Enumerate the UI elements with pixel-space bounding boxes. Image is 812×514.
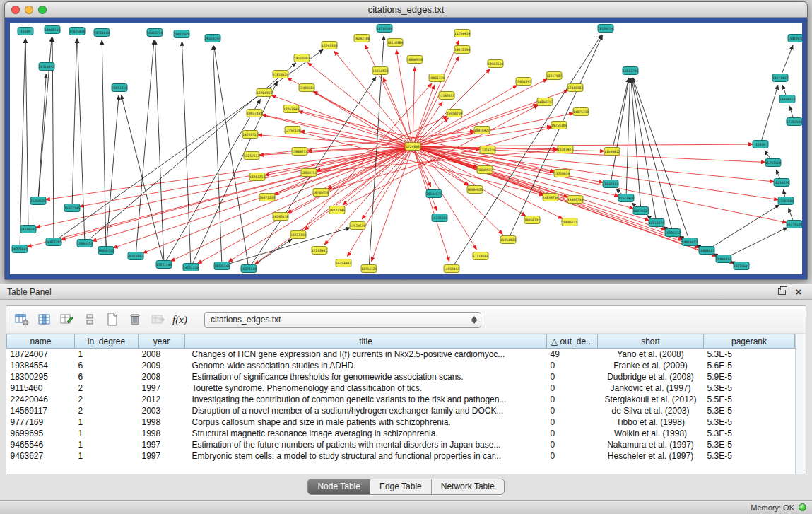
graph-node[interactable]: 18450312 bbox=[779, 95, 795, 103]
graph-node[interactable]: 19612354 bbox=[454, 46, 470, 54]
graph-node[interactable]: 13210634 bbox=[554, 170, 570, 177]
graph-node[interactable]: 18223641 bbox=[734, 262, 749, 270]
graph-edge[interactable] bbox=[213, 46, 222, 266]
graph-node[interactable]: 15495754 bbox=[567, 196, 583, 204]
row-options-icon[interactable] bbox=[80, 310, 99, 329]
table-cell[interactable]: 5.3E-5 bbox=[704, 439, 795, 450]
graph-edge[interactable] bbox=[249, 239, 292, 269]
graph-node[interactable]: 15938 bbox=[753, 141, 768, 148]
table-cell[interactable]: de Silva et al. (2003) bbox=[598, 405, 704, 416]
undock-panel-icon[interactable] bbox=[775, 286, 788, 298]
table-cell[interactable]: 18300295 bbox=[7, 371, 75, 382]
graph-node[interactable]: 18110384 bbox=[387, 39, 403, 47]
graph-node[interactable]: 12204951 bbox=[257, 89, 272, 97]
graph-node[interactable]: 17162615 bbox=[439, 92, 454, 100]
table-cell[interactable]: 2012 bbox=[139, 394, 185, 405]
graph-edge[interactable] bbox=[298, 83, 432, 235]
graph-node[interactable]: 16504923 bbox=[467, 186, 483, 194]
graph-node[interactable]: 16923705 bbox=[46, 238, 61, 246]
graph-node[interactable]: 15051243 bbox=[516, 78, 531, 86]
graph-edge[interactable] bbox=[632, 78, 657, 223]
graph-edge[interactable] bbox=[413, 144, 753, 146]
table-cell[interactable]: 5.3E-5 bbox=[704, 382, 795, 394]
graph-node[interactable]: 19316105 bbox=[20, 226, 36, 233]
graph-node[interactable]: 12754320 bbox=[361, 265, 377, 273]
graph-node[interactable]: 15905135 bbox=[77, 240, 93, 247]
graph-edge[interactable] bbox=[413, 113, 573, 146]
table-cell[interactable]: 1 bbox=[75, 349, 139, 360]
graph-node[interactable]: 19010423 bbox=[682, 238, 698, 246]
graph-edge[interactable] bbox=[143, 146, 413, 253]
table-cell[interactable]: 5.3E-5 bbox=[704, 349, 795, 360]
table-row[interactable]: 911546021997Tourette syndrome. Phenomeno… bbox=[7, 382, 795, 394]
table-cell[interactable]: 5.9E-5 bbox=[704, 371, 795, 382]
edit-columns-icon[interactable] bbox=[57, 310, 76, 329]
graph-node[interactable]: 12060751 bbox=[301, 169, 317, 177]
column-header[interactable]: pagerank bbox=[704, 334, 795, 349]
table-cell[interactable]: Tourette syndrome. Phenomenology and cla… bbox=[185, 382, 547, 394]
table-cell[interactable]: 1 bbox=[75, 416, 139, 428]
graph-node[interactable]: 16079137 bbox=[633, 207, 649, 215]
graph-node[interactable]: 15309 bbox=[18, 28, 33, 35]
table-cell[interactable]: 5.3E-5 bbox=[704, 416, 795, 428]
graph-node[interactable]: 12243310 bbox=[322, 42, 337, 49]
graph-edge[interactable] bbox=[258, 135, 413, 146]
graph-edge[interactable] bbox=[255, 146, 413, 264]
table-cell[interactable]: Jankovic et al. (1997) bbox=[598, 382, 704, 394]
table-cell[interactable]: 2 bbox=[75, 382, 139, 394]
graph-edge[interactable] bbox=[155, 40, 164, 264]
table-cell[interactable]: 1 bbox=[75, 450, 139, 462]
function-builder-icon[interactable]: f(x) bbox=[170, 310, 189, 329]
table-cell[interactable]: Hescheler et al. (1997) bbox=[598, 450, 704, 462]
table-cell[interactable]: 9699695 bbox=[7, 428, 75, 439]
graph-node[interactable]: 10937183 bbox=[247, 110, 262, 117]
graph-node[interactable]: 18254130 bbox=[774, 179, 789, 187]
table-cell[interactable]: 1997 bbox=[139, 450, 185, 462]
graph-node[interactable]: 16203110 bbox=[765, 159, 781, 167]
column-header[interactable]: name bbox=[7, 334, 75, 349]
graph-edge[interactable] bbox=[508, 35, 602, 240]
graph-edge[interactable] bbox=[383, 78, 413, 146]
graph-node[interactable]: 20314052 bbox=[39, 63, 54, 71]
graph-edge[interactable] bbox=[633, 78, 690, 242]
graph-node[interactable]: 19738410 bbox=[94, 29, 110, 37]
close-panel-icon[interactable]: × bbox=[792, 286, 805, 298]
table-cell[interactable]: Estimation of significance thresholds fo… bbox=[185, 371, 547, 382]
graph-node[interactable]: 17231145 bbox=[156, 261, 172, 269]
table-cell[interactable]: 5.3E-5 bbox=[704, 405, 795, 416]
graph-edge[interactable] bbox=[106, 95, 119, 250]
table-cell[interactable]: 1 bbox=[75, 428, 139, 439]
graph-node[interactable]: 16640910 bbox=[407, 56, 423, 64]
graph-node[interactable]: 16221540 bbox=[241, 265, 257, 273]
table-cell[interactable]: 0 bbox=[547, 428, 598, 439]
graph-edge[interactable] bbox=[299, 111, 413, 146]
table-cell[interactable]: 6 bbox=[75, 360, 139, 371]
graph-node[interactable]: 18095731 bbox=[562, 218, 577, 226]
graph-node[interactable]: 22040937 bbox=[477, 166, 493, 174]
table-cell[interactable]: 1 bbox=[75, 439, 139, 450]
table-cell[interactable]: 2008 bbox=[139, 349, 185, 360]
table-cell[interactable]: Stergiakouli et al. (2012) bbox=[598, 394, 704, 405]
table-row[interactable]: 1872400712008Changes of HCN gene express… bbox=[7, 349, 795, 360]
graph-edge[interactable] bbox=[164, 99, 260, 264]
tab-edge-table[interactable]: Edge Table bbox=[370, 479, 432, 494]
table-row[interactable]: 946554611997Estimation of the future num… bbox=[7, 439, 795, 450]
table-cell[interactable]: 5.5E-5 bbox=[704, 394, 795, 405]
graph-node[interactable]: 14253712 bbox=[242, 131, 258, 139]
graph-edge[interactable] bbox=[626, 78, 630, 198]
graph-node[interactable]: 17573910 bbox=[618, 194, 634, 202]
graph-node[interactable]: 20945012 bbox=[716, 255, 731, 263]
table-cell[interactable]: 2 bbox=[75, 405, 139, 416]
graph-node[interactable]: 15723109 bbox=[377, 25, 392, 33]
table-options-icon[interactable] bbox=[12, 310, 31, 329]
table-cell[interactable]: Corpus callosum shape and size in male p… bbox=[185, 416, 547, 428]
graph-node[interactable]: 15923145 bbox=[64, 204, 80, 212]
tab-network-table[interactable]: Network Table bbox=[432, 479, 504, 494]
graph-node[interactable]: 22406584 bbox=[299, 84, 314, 92]
window-titlebar[interactable]: citations_edges.txt bbox=[5, 2, 807, 18]
table-cell[interactable]: 2009 bbox=[139, 360, 185, 371]
table-cell[interactable]: 49 bbox=[547, 349, 598, 360]
graph-edge[interactable] bbox=[182, 42, 191, 267]
graph-edge[interactable] bbox=[413, 146, 633, 209]
minimize-button[interactable] bbox=[25, 6, 33, 14]
